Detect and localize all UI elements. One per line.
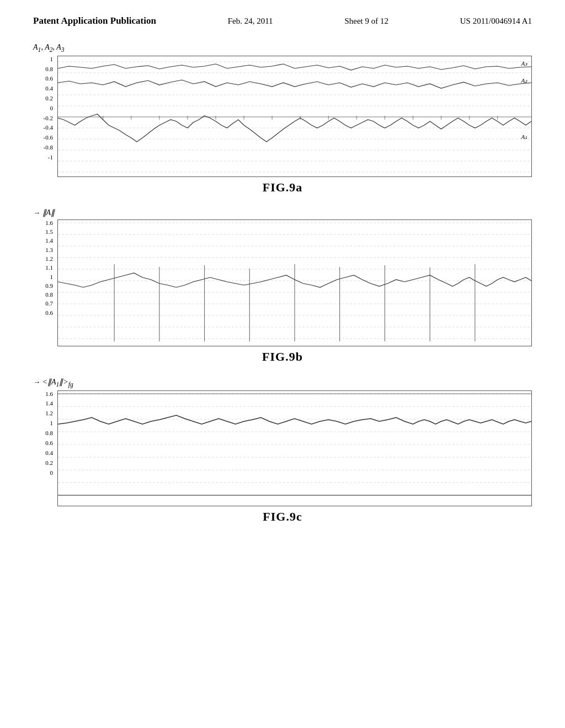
fig9c-title: → <‖A1‖>fg — [33, 377, 532, 388]
fig9b-container: → ‖A‖ 1.6 1.5 1.4 1.3 1.2 1.1 1 0.9 0.8 … — [33, 208, 532, 364]
publication-date: Feb. 24, 2011 — [228, 17, 273, 26]
svg-text:A₂: A₂ — [521, 77, 528, 84]
fig9c-chart: 161 321 481 641 801 961 1121 1281 1441 1… — [57, 390, 532, 506]
fig9c-chart-wrapper: 1.6 1.4 1.2 1 0.8 0.6 0.4 0.2 0 — [33, 390, 532, 506]
svg-text:A₁: A₁ — [521, 133, 527, 140]
sheet-info: Sheet 9 of 12 — [344, 17, 388, 26]
patent-number: US 2011/0046914 A1 — [460, 17, 532, 26]
fig9b-chart: 229 349 469 589 709 829 949 1069 1189 13… — [57, 220, 532, 346]
fig9a-y-axis: 1 0.8 0.6 0.4 0.2 0 -0.2 -0.4 -0.6 -0.8 … — [33, 56, 55, 160]
main-content: A1, A2, A3 1 0.8 0.6 0.4 0.2 0 -0.2 -0.4… — [0, 32, 565, 548]
fig9a-chart-wrapper: 1 0.8 0.6 0.4 0.2 0 -0.2 -0.4 -0.6 -0.8 … — [33, 56, 532, 177]
fig9c-label: FIG.9c — [33, 510, 532, 524]
publication-type: Patent Application Publication — [33, 15, 156, 26]
fig9c-container: → <‖A1‖>fg 1.6 1.4 1.2 1 0.8 0.6 0.4 0.2… — [33, 377, 532, 524]
fig9a-label: FIG.9a — [33, 180, 532, 195]
fig9b-y-axis: 1.6 1.5 1.4 1.3 1.2 1.1 1 0.9 0.8 0.7 0.… — [33, 220, 55, 316]
fig9a-container: A1, A2, A3 1 0.8 0.6 0.4 0.2 0 -0.2 -0.4… — [33, 43, 532, 195]
fig9b-chart-wrapper: 1.6 1.5 1.4 1.3 1.2 1.1 1 0.9 0.8 0.7 0.… — [33, 220, 532, 346]
fig9a-chart: A₃ A₂ A₁ 295 442 589 — [57, 56, 532, 177]
svg-text:A₃: A₃ — [521, 60, 528, 67]
fig9b-title: → ‖A‖ — [33, 208, 532, 217]
page-header: Patent Application Publication Feb. 24, … — [0, 0, 565, 32]
fig9c-y-axis: 1.6 1.4 1.2 1 0.8 0.6 0.4 0.2 0 — [33, 390, 55, 476]
fig9a-title: A1, A2, A3 — [33, 43, 532, 53]
fig9b-label: FIG.9b — [33, 350, 532, 364]
